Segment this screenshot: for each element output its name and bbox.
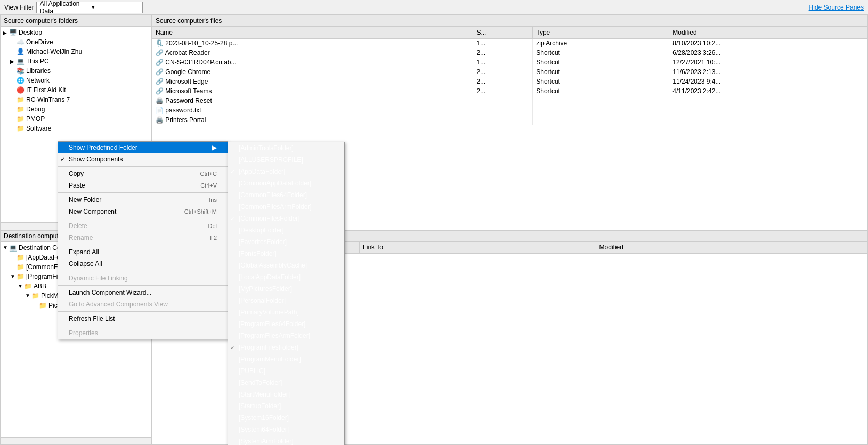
source-file-row[interactable]: 🖨️ Password Reset bbox=[152, 96, 867, 106]
submenu-item[interactable]: [CommonFilesFolder] bbox=[228, 213, 344, 224]
submenu-item[interactable]: [PersonalFolder] bbox=[228, 295, 344, 306]
folder-icon: 📁 bbox=[17, 115, 25, 123]
source-folder-item[interactable]: ☁️ OneDrive bbox=[1, 37, 151, 47]
source-file-cell: 12/27/2021 10:... bbox=[669, 58, 867, 67]
source-file-cell: Shortcut bbox=[533, 58, 669, 67]
source-file-cell: 🔗 Microsoft Teams bbox=[152, 86, 473, 96]
context-menu-separator bbox=[58, 245, 228, 245]
source-folder-item[interactable]: 📁 Debug bbox=[1, 104, 151, 114]
menu-item-label: Rename bbox=[69, 234, 93, 241]
source-folder-item[interactable]: ▶ 💻 This PC bbox=[1, 56, 151, 66]
submenu-item[interactable]: [SystemArmFolder] bbox=[228, 435, 344, 445]
source-files-col-header[interactable]: Name bbox=[152, 27, 473, 38]
source-file-row[interactable]: 🔗 Google Chrome2...Shortcut11/6/2023 2:1… bbox=[152, 67, 867, 77]
submenu-item[interactable]: [GlobalAssemblyCache] bbox=[228, 260, 344, 271]
folder-label: Desktop bbox=[19, 29, 42, 36]
submenu-item[interactable]: [CommonAppDataFolder] bbox=[228, 177, 344, 189]
source-folder-item[interactable]: 📁 PMOP bbox=[1, 114, 151, 124]
top-bar: View Filter All Application Data ▼ Hide … bbox=[0, 0, 868, 15]
source-file-row[interactable]: 🔗 Microsoft Edge2...Shortcut11/24/2023 9… bbox=[152, 77, 867, 86]
submenu-item[interactable]: [StartupFolder] bbox=[228, 400, 344, 412]
hide-source-link[interactable]: Hide Source Panes bbox=[809, 4, 864, 11]
folder-icon: 📚 bbox=[17, 67, 25, 75]
context-menu-item[interactable]: Expand All bbox=[58, 246, 228, 258]
dest-folder-label: ABB bbox=[34, 282, 46, 290]
context-menu-item[interactable]: New FolderIns bbox=[58, 194, 228, 206]
context-menu-item[interactable]: ✓Show Components bbox=[58, 153, 228, 165]
file-icon: 🔗 bbox=[156, 59, 165, 66]
view-filter-dropdown[interactable]: All Application Data ▼ bbox=[36, 2, 143, 13]
context-menu-separator bbox=[58, 192, 228, 193]
source-file-cell: Shortcut bbox=[533, 48, 669, 58]
menu-shortcut: Del bbox=[208, 223, 217, 229]
source-file-row[interactable]: 🖨️ Printers Portal bbox=[152, 115, 867, 125]
submenu-item[interactable]: [CommonFilesArmFolder] bbox=[228, 201, 344, 213]
submenu-item[interactable]: [ALLUSERSPROFILE] bbox=[228, 154, 344, 166]
context-menu-item[interactable]: Collapse All bbox=[58, 258, 228, 270]
expand-icon: ▼ bbox=[18, 283, 24, 289]
source-folder-item[interactable]: 🔴 IT First Aid Kit bbox=[1, 85, 151, 95]
source-file-cell: 2... bbox=[473, 67, 533, 77]
submenu-item[interactable]: [ProgramFilesArmFolder] bbox=[228, 330, 344, 342]
source-folder-item[interactable]: 📚 Libraries bbox=[1, 66, 151, 76]
folder-icon: ☁️ bbox=[17, 38, 25, 46]
dest-files-col-header[interactable]: Link To bbox=[360, 242, 596, 254]
context-menu-item[interactable]: CopyCtrl+C bbox=[58, 168, 228, 180]
submenu-item[interactable]: [MyPicturesFolder] bbox=[228, 283, 344, 295]
folder-label: PMOP bbox=[26, 115, 45, 123]
expand-icon: ▶ bbox=[10, 59, 17, 64]
file-icon: 🔗 bbox=[156, 78, 165, 85]
dest-files-col-header[interactable]: Modified bbox=[596, 242, 867, 254]
context-menu-item[interactable]: New ComponentCtrl+Shift+M bbox=[58, 206, 228, 217]
menu-item-label: Delete bbox=[69, 222, 87, 230]
submenu-item[interactable]: [LocalAppDataFolder] bbox=[228, 271, 344, 283]
submenu-item[interactable]: [FontsFolder] bbox=[228, 248, 344, 260]
source-file-row[interactable]: 🔗 Microsoft Teams2...Shortcut4/11/2023 2… bbox=[152, 86, 867, 96]
submenu-item[interactable]: [PUBLIC] bbox=[228, 365, 344, 377]
context-menu-item[interactable]: Show Predefined Folder▶[AdminToolsFolder… bbox=[58, 142, 228, 153]
submenu-item[interactable]: [System16Folder] bbox=[228, 412, 344, 424]
source-folder-item[interactable]: 🌐 Network bbox=[1, 76, 151, 85]
folder-label: OneDrive bbox=[26, 38, 53, 46]
submenu-item[interactable]: [SendToFolder] bbox=[228, 377, 344, 389]
source-file-row[interactable]: 🗜️ 2023-08-10_10-25-28 p...1...zip Archi… bbox=[152, 38, 867, 48]
source-folder-item[interactable]: 📁 Software bbox=[1, 124, 151, 133]
dest-folder-icon: 💻 bbox=[9, 244, 17, 252]
source-files-col-header[interactable]: S... bbox=[473, 27, 533, 38]
source-file-cell: 2... bbox=[473, 48, 533, 58]
submenu-item[interactable]: [AdminToolsFolder] bbox=[228, 142, 344, 154]
source-files-col-header[interactable]: Type bbox=[533, 27, 669, 38]
submenu-item[interactable]: [StartMenuFolder] bbox=[228, 389, 344, 400]
context-menu-separator bbox=[58, 271, 228, 271]
submenu-item[interactable]: [PrimaryVolumePath] bbox=[228, 306, 344, 318]
submenu-item[interactable]: [System64Folder] bbox=[228, 424, 344, 435]
menu-item-label: Refresh File List bbox=[69, 315, 115, 322]
source-folder-item[interactable]: 👤 Michael-WeiJin Zhu bbox=[1, 47, 151, 56]
file-icon: 📄 bbox=[156, 107, 165, 114]
source-file-row[interactable]: 🔗 CN-S-031RD04P.cn.ab...1...Shortcut12/2… bbox=[152, 58, 867, 67]
context-menu-separator bbox=[58, 311, 228, 312]
submenu-item[interactable]: [FavoritesFolder] bbox=[228, 236, 344, 248]
expand-icon: ▼ bbox=[25, 293, 31, 298]
source-file-cell: 2... bbox=[473, 77, 533, 86]
context-menu-item[interactable]: Launch Component Wizard... bbox=[58, 287, 228, 298]
context-menu-item[interactable]: Refresh File List bbox=[58, 313, 228, 325]
submenu-item[interactable]: [AppDataFolder] bbox=[228, 166, 344, 177]
context-menu-item: Go to Advanced Components View bbox=[58, 298, 228, 310]
submenu-item[interactable]: [ProgramFilesFolder] bbox=[228, 342, 344, 353]
source-file-cell: 🔗 CN-S-031RD04P.cn.ab... bbox=[152, 58, 473, 67]
submenu-item[interactable]: [DesktopFolder] bbox=[228, 224, 344, 236]
source-files-col-header[interactable]: Modified bbox=[669, 27, 867, 38]
submenu-item[interactable]: [ProgramFiles64Folder] bbox=[228, 318, 344, 330]
context-menu-item[interactable]: PasteCtrl+V bbox=[58, 180, 228, 191]
source-file-cell: 🔗 Acrobat Reader bbox=[152, 48, 473, 58]
submenu-item[interactable]: [ProgramMenuFolder] bbox=[228, 353, 344, 365]
source-folder-item[interactable]: ▶ 🖥️ Desktop bbox=[1, 28, 151, 37]
file-icon: 🔗 bbox=[156, 49, 165, 56]
source-file-row[interactable]: 🔗 Acrobat Reader2...Shortcut6/28/2023 3:… bbox=[152, 48, 867, 58]
source-file-row[interactable]: 📄 password.txt bbox=[152, 106, 867, 115]
dest-folders-hscroll[interactable] bbox=[1, 437, 151, 444]
submenu-item[interactable]: [CommonFiles64Folder] bbox=[228, 189, 344, 201]
source-folder-item[interactable]: 📁 RC-WinTrans 7 bbox=[1, 95, 151, 104]
menu-item-label: Go to Advanced Components View bbox=[69, 301, 168, 308]
